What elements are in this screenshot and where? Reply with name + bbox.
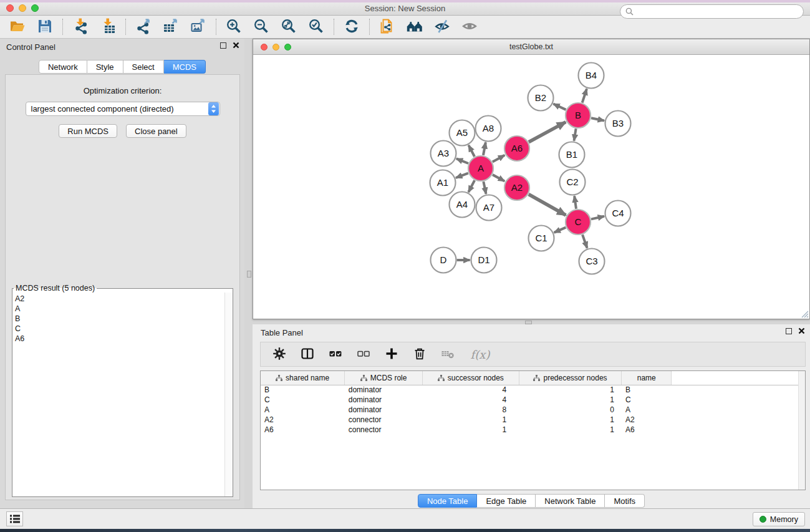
table-cell[interactable]: 1 [422, 415, 519, 425]
edge-A-A6[interactable] [493, 155, 504, 162]
graph-node-B3[interactable]: B3 [605, 111, 631, 137]
table-cell[interactable]: A6 [261, 425, 345, 435]
table-cell[interactable]: A [622, 405, 672, 415]
tab-motifs[interactable]: Motifs [605, 494, 645, 508]
graph-node-A5[interactable]: A5 [450, 120, 475, 146]
close-panel-icon[interactable] [233, 42, 239, 49]
search-input[interactable] [634, 7, 798, 16]
run-mcds-button[interactable]: Run MCDS [59, 124, 117, 138]
network-from-file-button[interactable] [378, 18, 397, 36]
graph-node-C2[interactable]: C2 [560, 170, 586, 195]
table-cell[interactable]: 1 [519, 395, 622, 405]
table-cell[interactable]: 4 [422, 385, 519, 395]
import-table-button[interactable] [99, 18, 117, 36]
tab-select[interactable]: Select [123, 60, 164, 74]
mcds-result-scrollbar[interactable] [224, 293, 233, 496]
delete-table-button[interactable] [439, 346, 456, 363]
network-window-titlebar[interactable]: testGlobe.txt [253, 39, 809, 55]
table-cell[interactable]: 1 [422, 425, 519, 435]
table-cell[interactable]: connector [345, 415, 423, 425]
import-network-button[interactable] [71, 18, 90, 36]
table-float-panel-icon[interactable] [786, 328, 792, 334]
table-cell[interactable]: 1 [519, 415, 622, 425]
float-panel-icon[interactable] [220, 42, 226, 49]
table-row[interactable]: Adominator80A [261, 405, 805, 415]
edge-C-C3[interactable] [582, 235, 587, 248]
network-canvas[interactable]: B4B2BB3A5A8A6B1A3AA1C2A2A4A7C4CC1C3DD1 [253, 55, 809, 319]
graph-node-A8[interactable]: A8 [476, 116, 501, 142]
table-cell[interactable]: A2 [622, 415, 672, 425]
zoom-fit-content-button[interactable] [279, 18, 298, 36]
search-field[interactable] [620, 4, 804, 19]
edge-A-A8[interactable] [483, 142, 486, 155]
open-session-button[interactable] [8, 18, 27, 36]
export-table-button[interactable] [162, 18, 180, 36]
table-cell[interactable]: 0 [519, 405, 622, 415]
split-panel-button[interactable] [299, 346, 316, 363]
column-header-MCDS-role[interactable]: MCDS role [345, 371, 423, 385]
settings-button[interactable] [271, 346, 288, 363]
edge-B-B2[interactable] [553, 104, 566, 110]
table-row[interactable]: A2connector11A2 [261, 415, 805, 425]
graph-node-A7[interactable]: A7 [476, 195, 502, 221]
graph-node-A1[interactable]: A1 [430, 170, 456, 196]
graph-node-B4[interactable]: B4 [579, 63, 604, 89]
graph-node-A2[interactable]: A2 [504, 175, 529, 200]
graph-node-A3[interactable]: A3 [431, 141, 456, 167]
edge-C-C1[interactable] [554, 228, 566, 233]
graph-node-C[interactable]: C [566, 210, 591, 235]
edge-A-A5[interactable] [468, 145, 475, 157]
mcds-result-item[interactable]: C [15, 324, 233, 334]
column-header-successor-nodes[interactable]: successor nodes [422, 371, 519, 385]
graph-node-D[interactable]: D [431, 248, 456, 273]
add-column-button[interactable] [383, 346, 400, 363]
edge-A-A7[interactable] [483, 181, 486, 194]
graph-node-D1[interactable]: D1 [471, 248, 497, 273]
tab-mcds[interactable]: MCDS [164, 60, 206, 74]
graph-node-A[interactable]: A [468, 156, 493, 181]
edge-A6-B[interactable] [529, 122, 566, 142]
tab-network[interactable]: Network [39, 60, 87, 74]
graph-node-C3[interactable]: C3 [579, 249, 605, 274]
function-builder-button[interactable]: f(x) [467, 346, 493, 363]
delete-column-button[interactable] [411, 346, 428, 363]
mcds-result-item[interactable]: A2 [15, 294, 233, 304]
edge-A-A3[interactable] [456, 158, 468, 163]
table-row[interactable]: A6connector11A6 [261, 425, 805, 435]
export-network-button[interactable] [134, 18, 153, 36]
window-resize-grip[interactable] [800, 309, 809, 318]
criterion-dropdown[interactable]: largest connected component (directed) [26, 102, 220, 116]
edge-B-B3[interactable] [591, 118, 604, 120]
column-header-predecessor-nodes[interactable]: predecessor nodes [519, 371, 622, 385]
zoom-out-button[interactable] [252, 18, 271, 36]
table-cell[interactable]: 4 [422, 395, 519, 405]
table-cell[interactable]: connector [345, 425, 423, 435]
table-cell[interactable]: 1 [519, 425, 622, 435]
table-cell[interactable]: B [261, 385, 345, 395]
table-cell[interactable]: A2 [261, 415, 345, 425]
column-header-shared-name[interactable]: shared name [261, 371, 345, 385]
close-panel-button[interactable]: Close panel [126, 124, 186, 138]
save-session-button[interactable] [36, 18, 54, 36]
select-all-columns-button[interactable] [327, 346, 344, 363]
table-cell[interactable]: dominator [345, 405, 423, 415]
graph-node-A6[interactable]: A6 [504, 136, 529, 161]
apply-layout-button[interactable] [342, 18, 361, 36]
mcds-result-item[interactable]: A [15, 304, 233, 314]
table-cell[interactable]: B [622, 385, 672, 395]
edge-C-C4[interactable] [591, 216, 604, 220]
table-cell[interactable]: dominator [345, 395, 423, 405]
graph-node-B2[interactable]: B2 [528, 85, 554, 111]
task-history-button[interactable] [6, 511, 23, 526]
table-row[interactable]: Cdominator41C [261, 395, 805, 405]
memory-button[interactable]: Memory [753, 512, 805, 526]
export-image-button[interactable] [189, 18, 208, 36]
zoom-in-button[interactable] [224, 18, 243, 36]
edge-A-A4[interactable] [468, 180, 475, 192]
vertical-splitter-handle[interactable] [247, 271, 251, 278]
edge-A2-C[interactable] [529, 195, 566, 215]
mcds-result-item[interactable]: A6 [15, 334, 233, 344]
table-cell[interactable]: A6 [622, 425, 672, 435]
zoom-selected-button[interactable] [307, 18, 325, 36]
table-cell[interactable]: 1 [519, 385, 622, 395]
